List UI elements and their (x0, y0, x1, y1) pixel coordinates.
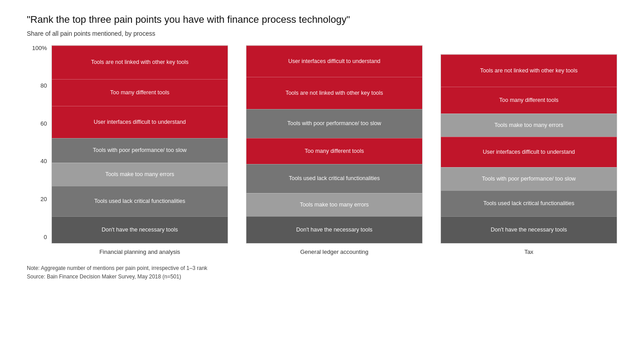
bar-segment: Tools with poor performance/ too slow (441, 167, 617, 190)
bar-segment: Tools make too many errors (246, 193, 422, 216)
bars-container: Don't have the necessary toolsTools used… (51, 45, 617, 256)
bar-segment: Too many different tools (246, 138, 422, 164)
stacked-bar: Don't have the necessary toolsTools used… (441, 54, 617, 244)
stacked-bar: Don't have the necessary toolsTools used… (51, 45, 228, 244)
bar-segment: User interfaces difficult to understand (441, 137, 617, 167)
y-axis-label: 20 (41, 196, 47, 202)
bar-segment: Tools used lack critical functionalities (246, 164, 422, 193)
bar-segment: Tools are not linked with other key tool… (246, 77, 422, 109)
y-axis-label: 60 (41, 121, 47, 126)
chart-title: "Rank the top three pain points you have… (27, 13, 617, 26)
bar-segment: Tools with poor performance/ too slow (246, 109, 422, 138)
bar-segment: Don't have the necessary tools (441, 216, 617, 243)
bar-group: Don't have the necessary toolsTools make… (246, 45, 423, 256)
footnote-line1: Note: Aggregate number of mentions per p… (27, 264, 617, 273)
bar-segment: Tools used lack critical functionalities (441, 190, 617, 216)
y-axis-label: 40 (41, 158, 47, 164)
bar-segment: Tools used lack critical functionalities (52, 186, 228, 216)
bar-segment: Too many different tools (441, 87, 617, 114)
bar-segment: Don't have the necessary tools (246, 216, 422, 243)
footnote-line2: Source: Bain Finance Decision Maker Surv… (27, 273, 617, 281)
y-axis-label: 80 (41, 83, 47, 88)
stacked-bar: Don't have the necessary toolsTools make… (246, 45, 423, 244)
bars-wrapper: Don't have the necessary toolsTools used… (51, 45, 617, 256)
bar-segment: Tools are not linked with other key tool… (52, 46, 228, 79)
bar-group: Don't have the necessary toolsTools used… (51, 45, 228, 256)
y-axis-label: 0 (44, 234, 47, 240)
bar-label: General ledger accounting (300, 248, 369, 256)
bar-segment: Too many different tools (52, 79, 228, 106)
y-axis: 100%806040200 (27, 45, 51, 256)
bar-segment: Tools with poor performance/ too slow (52, 138, 228, 163)
y-axis-label: 100% (32, 45, 47, 51)
bar-group: Don't have the necessary toolsTools used… (441, 54, 617, 256)
bar-segment: User interfaces difficult to understand (52, 106, 228, 138)
bar-segment: Tools are not linked with other key tool… (441, 55, 617, 87)
chart-main: 100%806040200 Don't have the necessary t… (27, 45, 617, 256)
bar-segment: Don't have the necessary tools (52, 216, 228, 243)
bar-segment: Tools make too many errors (441, 114, 617, 137)
footnote: Note: Aggregate number of mentions per p… (27, 264, 617, 281)
bar-label: Financial planning and analysis (99, 248, 180, 256)
bar-label: Tax (524, 248, 533, 256)
bar-segment: User interfaces difficult to understand (246, 46, 422, 77)
bar-segment: Tools make too many errors (52, 163, 228, 186)
chart-subtitle: Share of all pain points mentioned, by p… (27, 30, 617, 37)
